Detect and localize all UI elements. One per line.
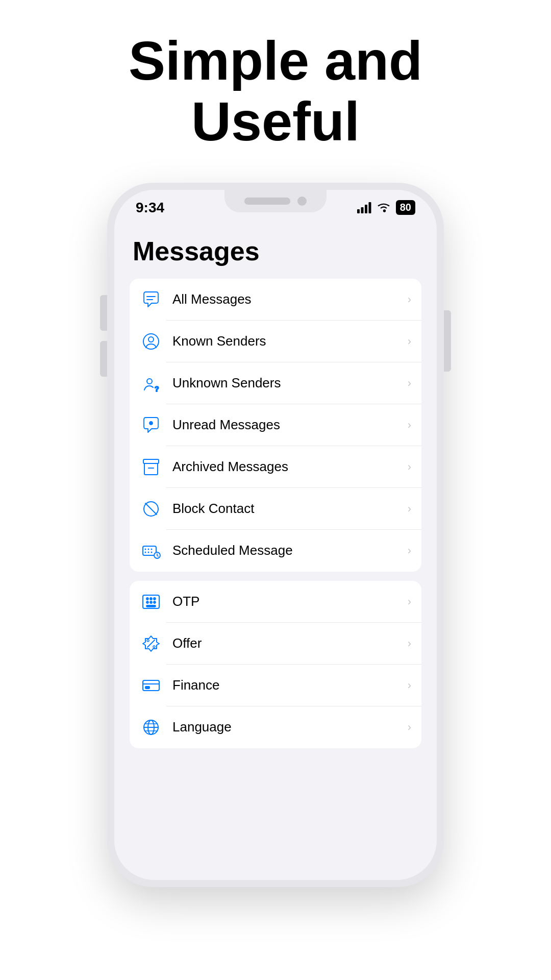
chevron-right-icon: ›	[408, 293, 411, 306]
chat-bubble-two-icon	[140, 288, 162, 311]
menu-label-scheduled-message: Scheduled Message	[172, 543, 408, 558]
svg-line-11	[145, 503, 157, 514]
svg-point-31	[147, 640, 149, 642]
menu-label-all-messages: All Messages	[172, 291, 408, 307]
chevron-right-icon: ›	[408, 544, 411, 557]
menu-label-offer: Offer	[172, 635, 408, 651]
phone-screen: 9:34 80	[114, 190, 437, 880]
menu-item-scheduled-message[interactable]: Scheduled Message ›	[130, 530, 421, 572]
chevron-right-icon: ›	[408, 721, 411, 734]
headline-line1: Simple and	[129, 30, 422, 91]
otp-grid-icon	[140, 591, 162, 613]
svg-point-24	[150, 598, 152, 600]
svg-point-28	[154, 601, 156, 603]
archive-box-icon	[140, 456, 162, 478]
chat-dot-icon	[140, 414, 162, 436]
credit-card-icon	[140, 674, 162, 697]
menu-label-otp: OTP	[172, 594, 408, 609]
menu-item-block-contact[interactable]: Block Contact ›	[130, 488, 421, 530]
svg-rect-35	[145, 687, 149, 689]
svg-rect-3	[368, 202, 371, 213]
page-title: Messages	[130, 236, 421, 266]
svg-point-26	[146, 601, 148, 603]
svg-rect-2	[365, 205, 367, 213]
chevron-right-icon: ›	[408, 377, 411, 390]
globe-icon	[140, 716, 162, 739]
menu-group-1: All Messages › Known Senders › ? Unknown…	[130, 279, 421, 572]
notch-pill	[244, 198, 290, 205]
wifi-icon	[377, 202, 391, 213]
percent-badge-icon	[140, 632, 162, 655]
menu-label-unknown-senders: Unknown Senders	[172, 375, 408, 391]
svg-point-6	[147, 379, 152, 384]
menu-item-finance[interactable]: Finance ›	[130, 665, 421, 706]
menu-label-finance: Finance	[172, 677, 408, 693]
chevron-right-icon: ›	[408, 595, 411, 608]
battery-indicator: 80	[396, 200, 415, 215]
chevron-right-icon: ›	[408, 460, 411, 474]
volume-down-button	[100, 341, 107, 377]
chevron-right-icon: ›	[408, 637, 411, 650]
headline: Simple and Useful	[98, 31, 453, 152]
svg-point-25	[154, 598, 156, 600]
menu-item-unknown-senders[interactable]: ? Unknown Senders ›	[130, 362, 421, 404]
svg-point-5	[148, 337, 154, 342]
svg-point-32	[153, 646, 155, 648]
svg-rect-33	[143, 680, 159, 691]
menu-item-unread-messages[interactable]: Unread Messages ›	[130, 404, 421, 446]
notch	[224, 190, 327, 212]
menu-item-otp[interactable]: OTP ›	[130, 581, 421, 623]
menu-label-unread-messages: Unread Messages	[172, 417, 408, 433]
menu-item-known-senders[interactable]: Known Senders ›	[130, 321, 421, 362]
chevron-right-icon: ›	[408, 335, 411, 348]
menu-label-language: Language	[172, 719, 408, 735]
menu-item-offer[interactable]: Offer ›	[130, 623, 421, 665]
menu-item-all-messages[interactable]: All Messages ›	[130, 279, 421, 321]
svg-text:?: ?	[155, 385, 159, 393]
svg-point-27	[150, 601, 152, 603]
chevron-right-icon: ›	[408, 419, 411, 432]
keyboard-clock-icon	[140, 540, 162, 562]
chevron-right-icon: ›	[408, 679, 411, 692]
volume-up-button	[100, 295, 107, 331]
menu-label-archived-messages: Archived Messages	[172, 459, 408, 475]
status-bar: 9:34 80	[114, 190, 437, 226]
svg-rect-1	[361, 207, 363, 213]
menu-item-archived-messages[interactable]: Archived Messages ›	[130, 446, 421, 488]
power-button	[444, 310, 451, 372]
screen-content: Messages All Messages › Known Senders › …	[114, 226, 437, 880]
svg-rect-9	[143, 459, 159, 463]
status-time: 9:34	[136, 200, 164, 216]
menu-group-2: OTP › Offer › Finance › Language ›	[130, 581, 421, 748]
svg-point-23	[146, 598, 148, 600]
svg-rect-0	[357, 209, 360, 213]
menu-label-block-contact: Block Contact	[172, 501, 408, 517]
status-icons: 80	[357, 200, 415, 215]
signal-icon	[357, 202, 371, 213]
menu-label-known-senders: Known Senders	[172, 333, 408, 349]
svg-point-8	[149, 422, 153, 425]
headline-line2: Useful	[191, 90, 360, 152]
person-question-icon: ?	[140, 372, 162, 395]
person-circle-icon	[140, 330, 162, 353]
svg-rect-29	[146, 605, 156, 607]
menu-item-language[interactable]: Language ›	[130, 706, 421, 748]
chevron-right-icon: ›	[408, 502, 411, 516]
notch-camera	[297, 197, 307, 206]
phone-mockup: 9:34 80	[107, 183, 444, 887]
block-circle-icon	[140, 498, 162, 520]
